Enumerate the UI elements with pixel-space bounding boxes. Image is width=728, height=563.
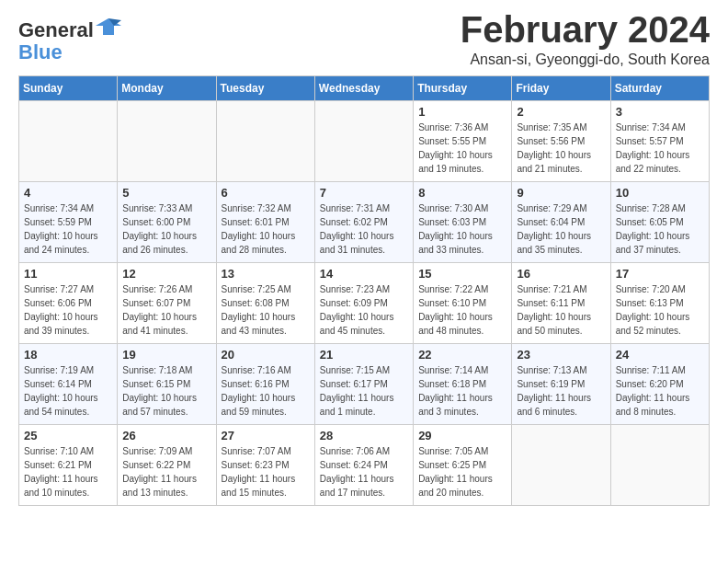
calendar-cell: 17Sunrise: 7:20 AMSunset: 6:13 PMDayligh… [610, 263, 709, 344]
day-number: 15 [418, 267, 506, 281]
day-number: 1 [418, 105, 506, 119]
day-number: 25 [24, 429, 112, 442]
day-number: 12 [122, 267, 210, 281]
calendar-cell: 9Sunrise: 7:29 AMSunset: 6:04 PMDaylight… [512, 182, 610, 263]
day-number: 9 [517, 186, 605, 200]
logo-blue: Blue [18, 41, 121, 63]
day-info: Sunrise: 7:29 AMSunset: 6:04 PMDaylight:… [517, 201, 605, 257]
calendar-cell: 3Sunrise: 7:34 AMSunset: 5:57 PMDaylight… [610, 101, 709, 182]
calendar-cell: 15Sunrise: 7:22 AMSunset: 6:10 PMDayligh… [414, 263, 512, 344]
day-info: Sunrise: 7:10 AMSunset: 6:21 PMDaylight:… [24, 444, 112, 500]
header-sunday: Sunday [19, 76, 118, 101]
calendar-cell: 16Sunrise: 7:21 AMSunset: 6:11 PMDayligh… [512, 263, 610, 344]
location: Ansan-si, Gyeonggi-do, South Korea [461, 52, 710, 68]
day-number: 22 [418, 348, 506, 362]
day-info: Sunrise: 7:19 AMSunset: 6:14 PMDaylight:… [24, 363, 112, 419]
day-number: 10 [616, 186, 704, 200]
calendar-cell: 8Sunrise: 7:30 AMSunset: 6:03 PMDaylight… [414, 182, 512, 263]
calendar-cell: 29Sunrise: 7:05 AMSunset: 6:25 PMDayligh… [414, 425, 512, 506]
calendar-cell [610, 425, 709, 506]
day-info: Sunrise: 7:11 AMSunset: 6:20 PMDaylight:… [616, 363, 704, 419]
calendar-cell: 4Sunrise: 7:34 AMSunset: 5:59 PMDaylight… [19, 182, 118, 263]
calendar-week-5: 25Sunrise: 7:10 AMSunset: 6:21 PMDayligh… [19, 425, 710, 506]
day-number: 24 [616, 348, 704, 362]
calendar-cell [19, 101, 118, 182]
day-info: Sunrise: 7:16 AMSunset: 6:16 PMDaylight:… [222, 363, 310, 419]
day-info: Sunrise: 7:13 AMSunset: 6:19 PMDaylight:… [517, 363, 605, 419]
day-info: Sunrise: 7:35 AMSunset: 5:56 PMDaylight:… [517, 121, 605, 176]
calendar-cell: 10Sunrise: 7:28 AMSunset: 6:05 PMDayligh… [610, 182, 709, 263]
page-header: General Blue February 2024 Ansan-si, Gye… [18, 9, 710, 68]
day-number: 27 [222, 429, 310, 442]
calendar-cell: 7Sunrise: 7:31 AMSunset: 6:02 PMDaylight… [314, 182, 413, 263]
day-info: Sunrise: 7:28 AMSunset: 6:05 PMDaylight:… [616, 201, 704, 257]
calendar-cell: 12Sunrise: 7:26 AMSunset: 6:07 PMDayligh… [118, 263, 216, 344]
calendar-cell: 22Sunrise: 7:14 AMSunset: 6:18 PMDayligh… [414, 344, 512, 425]
calendar-week-4: 18Sunrise: 7:19 AMSunset: 6:14 PMDayligh… [19, 344, 710, 425]
calendar-week-1: 1Sunrise: 7:36 AMSunset: 5:55 PMDaylight… [19, 101, 710, 182]
day-info: Sunrise: 7:15 AMSunset: 6:17 PMDaylight:… [320, 363, 408, 419]
day-number: 18 [24, 348, 112, 362]
header-tuesday: Tuesday [216, 76, 314, 101]
day-info: Sunrise: 7:09 AMSunset: 6:22 PMDaylight:… [122, 444, 210, 500]
logo-text: General [18, 17, 121, 41]
day-number: 11 [24, 267, 112, 281]
day-number: 26 [122, 429, 210, 442]
day-info: Sunrise: 7:23 AMSunset: 6:09 PMDaylight:… [320, 282, 408, 338]
day-number: 13 [222, 267, 310, 281]
calendar-cell [118, 101, 216, 182]
day-number: 20 [222, 348, 310, 362]
day-number: 28 [320, 429, 408, 442]
day-number: 14 [320, 267, 408, 281]
calendar-cell: 1Sunrise: 7:36 AMSunset: 5:55 PMDaylight… [414, 101, 512, 182]
day-info: Sunrise: 7:14 AMSunset: 6:18 PMDaylight:… [418, 363, 506, 419]
day-info: Sunrise: 7:06 AMSunset: 6:24 PMDaylight:… [320, 444, 408, 500]
day-number: 2 [517, 105, 605, 119]
header-monday: Monday [118, 76, 216, 101]
day-number: 6 [222, 186, 310, 200]
day-info: Sunrise: 7:30 AMSunset: 6:03 PMDaylight:… [418, 201, 506, 257]
header-thursday: Thursday [414, 76, 512, 101]
calendar-cell: 26Sunrise: 7:09 AMSunset: 6:22 PMDayligh… [118, 425, 216, 506]
day-info: Sunrise: 7:07 AMSunset: 6:23 PMDaylight:… [222, 444, 310, 500]
day-number: 5 [122, 186, 210, 200]
day-number: 21 [320, 348, 408, 362]
header-wednesday: Wednesday [314, 76, 413, 101]
day-number: 23 [517, 348, 605, 362]
day-info: Sunrise: 7:25 AMSunset: 6:08 PMDaylight:… [222, 282, 310, 338]
calendar-week-2: 4Sunrise: 7:34 AMSunset: 5:59 PMDaylight… [19, 182, 710, 263]
day-number: 19 [122, 348, 210, 362]
calendar-cell: 5Sunrise: 7:33 AMSunset: 6:00 PMDaylight… [118, 182, 216, 263]
calendar-cell: 11Sunrise: 7:27 AMSunset: 6:06 PMDayligh… [19, 263, 118, 344]
day-number: 17 [616, 267, 704, 281]
calendar-cell: 21Sunrise: 7:15 AMSunset: 6:17 PMDayligh… [314, 344, 413, 425]
day-info: Sunrise: 7:26 AMSunset: 6:07 PMDaylight:… [122, 282, 210, 338]
calendar-cell: 20Sunrise: 7:16 AMSunset: 6:16 PMDayligh… [216, 344, 314, 425]
calendar-cell: 2Sunrise: 7:35 AMSunset: 5:56 PMDaylight… [512, 101, 610, 182]
calendar-cell: 18Sunrise: 7:19 AMSunset: 6:14 PMDayligh… [19, 344, 118, 425]
day-info: Sunrise: 7:21 AMSunset: 6:11 PMDaylight:… [517, 282, 605, 338]
header-friday: Friday [512, 76, 610, 101]
day-info: Sunrise: 7:33 AMSunset: 6:00 PMDaylight:… [122, 201, 210, 257]
calendar-table: SundayMondayTuesdayWednesdayThursdayFrid… [18, 75, 710, 506]
logo: General Blue [18, 17, 121, 63]
calendar-cell: 25Sunrise: 7:10 AMSunset: 6:21 PMDayligh… [19, 425, 118, 506]
day-info: Sunrise: 7:32 AMSunset: 6:01 PMDaylight:… [222, 201, 310, 257]
day-info: Sunrise: 7:34 AMSunset: 5:57 PMDaylight:… [616, 121, 704, 176]
day-number: 3 [616, 105, 704, 119]
title-area: February 2024 Ansan-si, Gyeonggi-do, Sou… [461, 9, 710, 68]
calendar-cell: 6Sunrise: 7:32 AMSunset: 6:01 PMDaylight… [216, 182, 314, 263]
day-info: Sunrise: 7:36 AMSunset: 5:55 PMDaylight:… [418, 121, 506, 176]
calendar-cell [512, 425, 610, 506]
day-number: 7 [320, 186, 408, 200]
day-number: 8 [418, 186, 506, 200]
day-info: Sunrise: 7:18 AMSunset: 6:15 PMDaylight:… [122, 363, 210, 419]
calendar-cell [216, 101, 314, 182]
day-info: Sunrise: 7:34 AMSunset: 5:59 PMDaylight:… [24, 201, 112, 257]
calendar-cell: 14Sunrise: 7:23 AMSunset: 6:09 PMDayligh… [314, 263, 413, 344]
day-info: Sunrise: 7:27 AMSunset: 6:06 PMDaylight:… [24, 282, 112, 338]
header-saturday: Saturday [610, 76, 709, 101]
day-number: 4 [24, 186, 112, 200]
calendar-cell: 19Sunrise: 7:18 AMSunset: 6:15 PMDayligh… [118, 344, 216, 425]
day-info: Sunrise: 7:05 AMSunset: 6:25 PMDaylight:… [418, 444, 506, 500]
